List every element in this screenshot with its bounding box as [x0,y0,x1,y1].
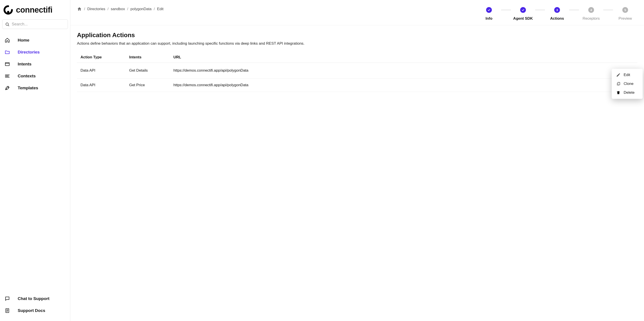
step-info[interactable]: Info [477,7,501,21]
sidebar-item-directories[interactable]: Directories [2,46,68,58]
rocket-icon [4,85,10,91]
sidebar-item-label: Intents [18,62,32,66]
home-icon [4,37,10,43]
step-label: Receptors [582,16,600,21]
menu-item-clone[interactable]: Clone [612,79,643,88]
search-icon [5,22,10,26]
col-intents: Intents [126,52,170,63]
topbar: / Directories / sandbox / polygonData / … [70,0,644,26]
page-description: Actions define behaviors that an applica… [77,41,637,46]
menu-item-label: Clone [624,82,634,86]
brand-mark-icon [4,5,13,14]
breadcrumb-sandbox[interactable]: sandbox [111,7,125,11]
menu-item-label: Edit [624,73,630,77]
cell-url: https://demos.connectifi.app/api/polygon… [170,63,624,78]
menu-item-delete[interactable]: Delete [612,88,643,97]
sidebar-item-label: Directories [18,50,40,54]
stepper: Info Agent SDK 3 Actions 4 Recepto [477,7,637,21]
col-url: URL [170,52,624,63]
sidebar-item-support-docs[interactable]: Support Docs [2,305,68,316]
step-connector [603,10,613,10]
sidebar-item-chat-support[interactable]: Chat to Support [2,293,68,305]
row-context-menu: Edit Clone Delete [612,69,643,99]
col-action-type: Action Type [77,52,126,63]
actions-table: Action Type Intents URL Data API Get Det… [77,52,637,92]
menu-item-edit[interactable]: Edit [612,70,643,79]
cell-intents: Get Price [126,78,170,92]
step-number: 5 [622,7,628,13]
cell-action-type: Data API [77,63,126,78]
sidebar-item-label: Templates [18,86,38,90]
step-actions[interactable]: 3 Actions [545,7,569,21]
step-connector [501,10,511,10]
svg-point-8 [8,87,8,88]
check-icon [520,7,526,13]
step-label: Actions [550,16,564,21]
breadcrumb-sep: / [84,7,85,11]
sidebar-item-label: Chat to Support [18,296,50,301]
svg-line-2 [8,25,9,26]
sidebar-item-label: Support Docs [18,308,45,313]
step-label: Preview [618,16,632,21]
table-row: Data API Get Details https://demos.conne… [77,63,637,78]
cell-intents: Get Details [126,63,170,78]
breadcrumb-home-icon[interactable] [77,7,82,12]
breadcrumb-sep: / [154,7,155,11]
menu-item-label: Delete [624,90,634,95]
search-box[interactable] [2,20,68,29]
brand-name: connectifi [16,5,52,14]
svg-point-0 [7,11,9,13]
sidebar-item-intents[interactable]: Intents [2,58,68,70]
step-number: 4 [588,7,594,13]
sidebar-bottom: Chat to Support Support Docs [2,293,68,316]
breadcrumb-edit: Edit [157,7,164,11]
table-row: Data API Get Price https://demos.connect… [77,78,637,92]
step-number: 3 [554,7,560,13]
step-receptors[interactable]: 4 Receptors [579,7,603,21]
cell-url: https://demos.connectifi.app/api/polygon… [170,78,624,92]
step-label: Info [486,16,492,21]
sidebar-item-contexts[interactable]: Contexts [2,70,68,82]
folder-icon [4,49,10,55]
edit-icon [616,73,620,77]
sidebar-item-home[interactable]: Home [2,34,68,46]
step-connector [535,10,545,10]
page-title: Application Actions [77,32,637,39]
search-input[interactable] [12,22,65,26]
svg-rect-16 [618,82,620,85]
list-icon [4,73,10,79]
content: Application Actions Actions define behav… [70,26,644,321]
step-agent-sdk[interactable]: Agent SDK [511,7,535,21]
breadcrumb-polygondata[interactable]: polygonData [130,7,152,11]
delete-icon [616,90,620,95]
check-icon [486,7,492,13]
brand-logo[interactable]: connectifi [2,4,68,18]
step-preview[interactable]: 5 Preview [613,7,637,21]
breadcrumb-sep: / [108,7,108,11]
window-icon [4,61,10,67]
sidebar: connectifi Home Directories [0,0,70,321]
sidebar-item-label: Home [18,38,30,43]
clone-icon [616,82,620,86]
sidebar-item-label: Contexts [18,74,36,78]
step-connector [569,10,579,10]
svg-rect-3 [5,62,9,66]
step-label: Agent SDK [513,16,533,21]
breadcrumbs: / Directories / sandbox / polygonData / … [77,7,164,12]
breadcrumb-directories[interactable]: Directories [87,7,105,11]
sidebar-item-templates[interactable]: Templates [2,82,68,94]
main: / Directories / sandbox / polygonData / … [70,0,644,321]
chat-icon [4,296,10,302]
sidebar-nav: Home Directories Intents Contexts [2,34,68,94]
cell-action-type: Data API [77,78,126,92]
doc-icon [4,308,10,314]
breadcrumb-sep: / [127,7,128,11]
